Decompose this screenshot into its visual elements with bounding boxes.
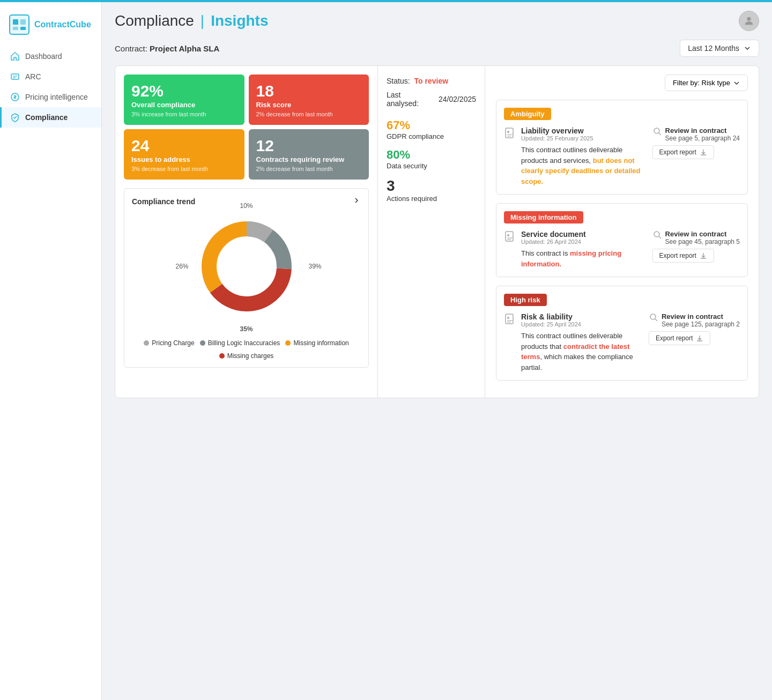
filter-button[interactable]: Filter by: Risk type xyxy=(665,75,748,91)
legend-billing: Billing Logic Inaccuracies xyxy=(200,339,280,347)
legend-dot-charges xyxy=(219,353,225,359)
sidebar: ContractCube Dashboard ARC Pricing intel… xyxy=(0,2,102,700)
export-label-1: Export report xyxy=(659,252,696,259)
status-value: To review xyxy=(414,77,449,85)
compliance-trend: Compliance trend 10% 39% 35% 26% xyxy=(124,188,369,368)
filter-chevron-icon xyxy=(733,80,740,86)
trend-chart: 10% 39% 35% 26% xyxy=(132,213,361,360)
svg-point-22 xyxy=(507,234,509,236)
svg-line-32 xyxy=(655,319,657,321)
sidebar-label-arc: ARC xyxy=(25,72,41,81)
donut-chart: 10% 39% 35% 26% xyxy=(193,213,300,320)
svg-rect-4 xyxy=(20,27,26,30)
legend-label-billing: Billing Logic Inaccuracies xyxy=(208,339,280,347)
stat-card-risk: 18 Risk score 2% decrease from last mont… xyxy=(249,75,369,125)
title-separator: | xyxy=(201,12,204,29)
stat-sub-risk: 2% decrease from last month xyxy=(256,111,362,117)
contract-label: Contract: Project Alpha SLA xyxy=(115,44,219,53)
risk-card-inner-1: Service document Updated: 26 April 2024 … xyxy=(504,230,740,269)
sidebar-item-pricing[interactable]: Pricing intelligence xyxy=(0,87,101,107)
export-label-0: Export report xyxy=(659,148,696,156)
sidebar-item-compliance[interactable]: Compliance xyxy=(0,107,101,128)
svg-rect-0 xyxy=(10,15,29,34)
risk-card-inner-2: Risk & liability Updated: 25 April 2024 … xyxy=(504,312,740,373)
stats-grid: 92% Overall compliance 3% increase from … xyxy=(124,75,369,180)
stat-label-contracts: Contracts requiring review xyxy=(256,155,362,163)
status-row: Status: To review xyxy=(387,77,476,85)
metric-gdpr: 67% GDPR compliance xyxy=(387,118,476,140)
legend-label-pricing: Pricing Charge xyxy=(152,339,194,347)
page-title: Compliance | Insights xyxy=(115,12,268,29)
risk-right-1: Review in contract See page 45, paragrap… xyxy=(652,230,740,263)
risk-card-missing: Missing information Service document Upd… xyxy=(496,203,748,277)
risk-desc-2: This contract outlines deliverable produ… xyxy=(521,331,643,373)
stat-value-compliance: 92% xyxy=(131,82,237,100)
metric-actions: 3 Actions required xyxy=(387,177,476,203)
search-icon-2 xyxy=(649,312,658,322)
donut-label-top: 10% xyxy=(240,202,253,210)
risk-card-ambiguity: Ambiguity Liability overview Updated: 25… xyxy=(496,100,748,195)
risk-desc-0: This contract outlines deliverable produ… xyxy=(521,145,647,187)
export-label-2: Export report xyxy=(656,334,693,342)
home-icon xyxy=(10,51,20,61)
metric-actions-count: 3 xyxy=(387,177,476,195)
document-icon-0 xyxy=(504,128,516,139)
user-avatar[interactable] xyxy=(739,11,759,31)
svg-point-28 xyxy=(507,317,509,319)
risk-doc-updated-2: Updated: 25 April 2024 xyxy=(521,321,643,327)
trend-navigate[interactable] xyxy=(352,196,361,206)
stat-value-issues: 24 xyxy=(131,137,237,154)
metric-actions-label: Actions required xyxy=(387,195,476,203)
review-text-block-1: Review in contract See page 45, paragrap… xyxy=(665,230,740,245)
user-icon xyxy=(743,15,755,27)
risk-right-2: Review in contract See page 125, paragra… xyxy=(649,312,740,345)
stat-sub-contracts: 2% decrease from last month xyxy=(256,166,362,172)
logo-text: ContractCube xyxy=(34,20,91,29)
export-button-0[interactable]: Export report xyxy=(652,145,714,159)
export-button-1[interactable]: Export report xyxy=(652,249,714,263)
legend-pricing-charge: Pricing Charge xyxy=(144,339,194,347)
legend-dot-billing xyxy=(200,340,205,346)
risk-card-high: High risk Risk & liability Updated: 25 A… xyxy=(496,286,748,381)
svg-point-16 xyxy=(507,131,509,133)
analysed-row: Last analysed: 24/02/2025 xyxy=(387,91,476,108)
metric-pct-security: 80% xyxy=(387,148,476,162)
risk-badge-ambiguity: Ambiguity xyxy=(504,108,551,120)
svg-point-14 xyxy=(220,240,273,293)
stat-sub-issues: 3% decrease from last month xyxy=(131,166,237,172)
date-filter-button[interactable]: Last 12 Months xyxy=(680,40,759,57)
risk-badge-missing: Missing information xyxy=(504,211,583,224)
svg-rect-3 xyxy=(13,27,18,30)
chevron-down-icon xyxy=(744,44,751,52)
stat-card-issues: 24 Issues to address 3% decrease from la… xyxy=(124,129,244,180)
arc-icon xyxy=(10,72,20,81)
compliance-icon xyxy=(10,113,20,122)
donut-label-left: 26% xyxy=(176,263,189,270)
risk-doc-title-0: Liability overview xyxy=(521,126,647,135)
svg-line-20 xyxy=(659,133,661,135)
logo: ContractCube xyxy=(0,8,101,46)
sidebar-item-dashboard[interactable]: Dashboard xyxy=(0,46,101,66)
export-icon-1 xyxy=(700,252,707,259)
sidebar-item-arc[interactable]: ARC xyxy=(0,66,101,87)
donut-label-bottom: 35% xyxy=(240,325,253,333)
svg-point-31 xyxy=(650,314,656,319)
svg-rect-1 xyxy=(13,19,18,25)
svg-point-25 xyxy=(654,232,659,237)
legend-dot-missing xyxy=(285,340,291,346)
risk-card-inner-0: Liability overview Updated: 25 February … xyxy=(504,126,740,187)
metric-security: 80% Data security xyxy=(387,148,476,170)
stat-sub-compliance: 3% increase from last month xyxy=(131,111,237,117)
main-panel: 92% Overall compliance 3% increase from … xyxy=(115,65,759,398)
risk-doc-updated-0: Updated: 25 February 2025 xyxy=(521,135,647,142)
review-sub-2: See page 125, paragraph 2 xyxy=(662,321,740,328)
document-icon-1 xyxy=(504,231,516,243)
export-button-2[interactable]: Export report xyxy=(649,331,710,345)
sidebar-label-dashboard: Dashboard xyxy=(25,52,62,61)
metric-pct-gdpr: 67% xyxy=(387,118,476,132)
stat-label-issues: Issues to address xyxy=(131,155,237,163)
logo-icon xyxy=(9,14,30,35)
export-icon-2 xyxy=(696,334,703,342)
date-filter-label: Last 12 Months xyxy=(688,44,739,53)
main-content: Compliance | Insights Contract: Project … xyxy=(102,2,772,700)
